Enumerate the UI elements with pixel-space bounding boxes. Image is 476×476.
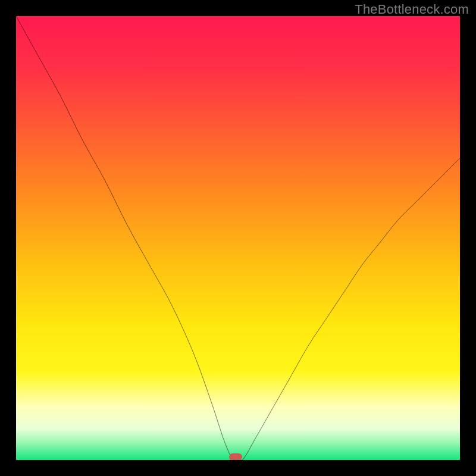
chart-frame: TheBottleneck.com [0,0,476,476]
bottleneck-curve [16,16,460,460]
plot-area [16,16,460,460]
watermark-text: TheBottleneck.com [355,2,469,17]
selected-point-marker [229,453,242,460]
